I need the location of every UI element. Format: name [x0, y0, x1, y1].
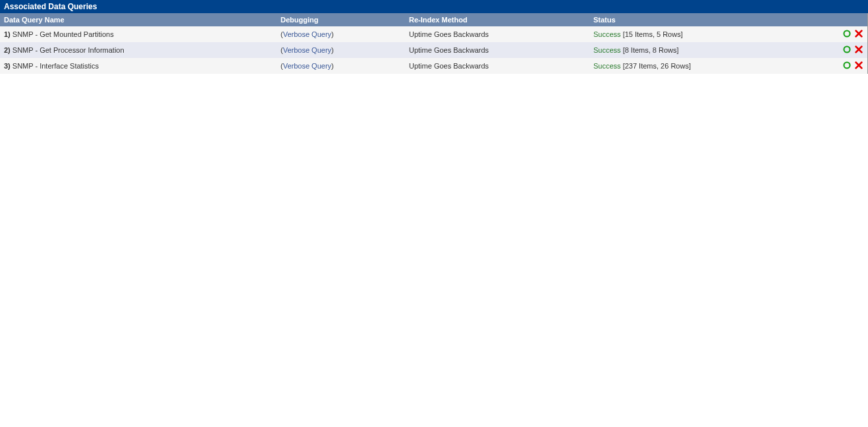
status-label: Success	[593, 46, 621, 54]
delete-icon[interactable]	[854, 45, 863, 54]
row-number: 1)	[4, 30, 11, 38]
cell-debugging: (Verbose Query)	[277, 26, 405, 42]
svg-point-2	[844, 62, 850, 68]
status-detail: [8 Items, 8 Rows]	[621, 46, 679, 54]
reload-icon[interactable]	[842, 61, 852, 70]
cell-status: Success [8 Items, 8 Rows]	[589, 42, 838, 58]
cell-debugging: (Verbose Query)	[277, 42, 405, 58]
data-queries-table: Data Query Name Debugging Re-Index Metho…	[0, 13, 868, 74]
reload-icon[interactable]	[842, 29, 852, 38]
query-name: SNMP - Interface Statistics	[11, 62, 99, 70]
table-row: 1) SNMP - Get Mounted Partitions(Verbose…	[0, 26, 868, 42]
query-name: SNMP - Get Mounted Partitions	[11, 30, 114, 38]
cell-name: 1) SNMP - Get Mounted Partitions	[0, 26, 277, 42]
header-debugging: Debugging	[277, 13, 405, 26]
status-detail: [237 Items, 26 Rows]	[621, 62, 691, 70]
table-row: 2) SNMP - Get Processor Information(Verb…	[0, 42, 868, 58]
cell-actions	[838, 26, 868, 42]
reload-icon[interactable]	[842, 45, 852, 54]
header-status: Status	[589, 13, 838, 26]
header-reindex: Re-Index Method	[405, 13, 589, 26]
svg-point-1	[844, 46, 850, 52]
header-actions	[838, 13, 868, 26]
row-number: 2)	[4, 46, 11, 54]
verbose-query-link[interactable]: Verbose Query	[283, 62, 331, 70]
status-label: Success	[593, 30, 621, 38]
status-label: Success	[593, 62, 621, 70]
cell-status: Success [237 Items, 26 Rows]	[589, 58, 838, 74]
svg-point-0	[844, 30, 850, 36]
panel-title: Associated Data Queries	[0, 0, 868, 13]
verbose-query-link[interactable]: Verbose Query	[283, 30, 331, 38]
header-name: Data Query Name	[0, 13, 277, 26]
cell-name: 3) SNMP - Interface Statistics	[0, 58, 277, 74]
delete-icon[interactable]	[854, 29, 863, 38]
table-header-row: Data Query Name Debugging Re-Index Metho…	[0, 13, 868, 26]
cell-actions	[838, 42, 868, 58]
cell-name: 2) SNMP - Get Processor Information	[0, 42, 277, 58]
row-number: 3)	[4, 62, 11, 70]
cell-reindex: Uptime Goes Backwards	[405, 42, 589, 58]
cell-status: Success [15 Items, 5 Rows]	[589, 26, 838, 42]
status-detail: [15 Items, 5 Rows]	[621, 30, 683, 38]
query-name: SNMP - Get Processor Information	[11, 46, 124, 54]
cell-actions	[838, 58, 868, 74]
cell-reindex: Uptime Goes Backwards	[405, 26, 589, 42]
verbose-query-link[interactable]: Verbose Query	[283, 46, 331, 54]
cell-reindex: Uptime Goes Backwards	[405, 58, 589, 74]
cell-debugging: (Verbose Query)	[277, 58, 405, 74]
delete-icon[interactable]	[854, 61, 863, 70]
table-row: 3) SNMP - Interface Statistics(Verbose Q…	[0, 58, 868, 74]
